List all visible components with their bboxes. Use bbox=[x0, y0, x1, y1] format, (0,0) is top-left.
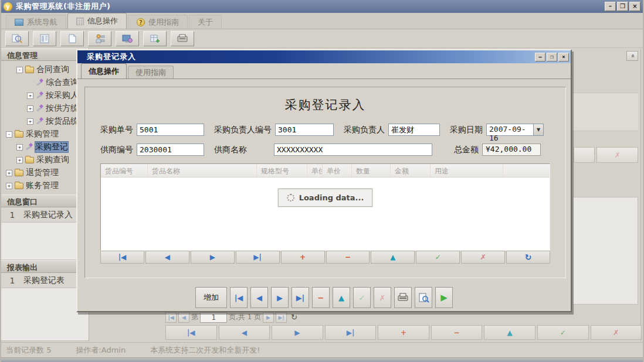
tree-item-account-management[interactable]: + 账务管理 bbox=[1, 179, 89, 192]
delete-record-button[interactable]: − bbox=[431, 325, 483, 340]
first-page-button[interactable]: |◀ bbox=[165, 312, 177, 323]
first-record-button[interactable]: |◀ bbox=[230, 287, 248, 308]
first-record-button[interactable]: |◀ bbox=[100, 251, 144, 264]
window-controls: – ❐ × bbox=[605, 2, 640, 11]
tab-info-operation[interactable]: 信息操作 bbox=[67, 13, 127, 29]
add-button[interactable]: 增加 bbox=[195, 287, 227, 308]
item-label: 采购登记录入 bbox=[23, 210, 73, 220]
prior-record-button[interactable]: ◀ bbox=[219, 325, 270, 340]
supplier-id-input[interactable] bbox=[137, 144, 204, 156]
tree-item-by-purchaser[interactable]: + 按采购人 bbox=[1, 89, 89, 102]
tree-item-by-supplier[interactable]: + 按供方统 bbox=[1, 102, 89, 115]
post-record-button[interactable]: ✓ bbox=[537, 325, 589, 340]
report-output-item[interactable]: 1 采购登记表 bbox=[1, 273, 89, 288]
wand-icon bbox=[36, 118, 43, 125]
last-record-button[interactable]: ▶| bbox=[236, 251, 280, 264]
buyer-name-input[interactable] bbox=[388, 124, 440, 136]
tree-item-comprehensive-query[interactable]: 综合查询 bbox=[1, 76, 89, 89]
tab-label: 系统导航 bbox=[27, 17, 57, 28]
tree-item-purchase-management[interactable]: - 采购管理 bbox=[1, 128, 89, 141]
dialog-minimize-button[interactable]: – bbox=[535, 53, 545, 62]
prior-record-button[interactable]: ◀ bbox=[145, 251, 189, 264]
cancel-button[interactable]: ✗ bbox=[596, 147, 638, 163]
order-no-input[interactable] bbox=[137, 124, 204, 136]
prev-page-button[interactable]: ◀ bbox=[178, 312, 189, 323]
tree-item-contract-query[interactable]: - 合同查询 bbox=[1, 63, 89, 76]
insert-record-button[interactable]: + bbox=[378, 325, 429, 340]
user-management-button[interactable] bbox=[88, 31, 111, 46]
dialog-titlebar[interactable]: 采购登记录入 – ❐ × bbox=[77, 50, 571, 63]
sidebar-header-info-management: 信息管理 bbox=[1, 48, 89, 61]
expand-icon[interactable]: + bbox=[6, 183, 12, 189]
collapse-icon[interactable]: - bbox=[6, 131, 12, 138]
next-record-button[interactable]: ▶ bbox=[191, 251, 235, 264]
edit-record-button[interactable]: ▲ bbox=[333, 287, 350, 308]
new-document-button[interactable] bbox=[60, 31, 84, 46]
edit-record-button[interactable]: ▲ bbox=[371, 251, 415, 264]
buyer-id-input[interactable] bbox=[275, 124, 334, 136]
close-button[interactable]: × bbox=[629, 2, 640, 11]
minimize-button[interactable]: – bbox=[605, 2, 616, 11]
tree-item-label: 合同查询 bbox=[36, 64, 69, 75]
collapse-icon[interactable]: - bbox=[16, 67, 23, 73]
application-window: y 采购管理系统(非注册用户) – ❐ × 系统导航 信息操作 ? 使用指南 关… bbox=[0, 0, 644, 362]
tree-item-by-goods[interactable]: + 按货品统 bbox=[1, 115, 89, 128]
report-list-button[interactable] bbox=[33, 31, 56, 46]
page-number-input[interactable] bbox=[200, 312, 227, 323]
wand-icon bbox=[36, 79, 43, 87]
prior-record-button[interactable]: ◀ bbox=[250, 287, 268, 308]
tab-user-guide[interactable]: ? 使用指南 bbox=[128, 15, 188, 29]
execute-button[interactable]: ▶ bbox=[435, 287, 453, 308]
next-record-button[interactable]: ▶ bbox=[272, 325, 323, 340]
expand-icon[interactable]: + bbox=[16, 157, 23, 163]
data-monitor-button[interactable] bbox=[116, 31, 139, 46]
background-grid-area bbox=[572, 197, 638, 305]
tree-item-purchase-register[interactable]: + 采购登记 bbox=[1, 141, 89, 153]
delete-record-button[interactable]: − bbox=[326, 251, 370, 264]
panel-collapse-button[interactable]: » bbox=[626, 51, 638, 61]
last-record-button[interactable]: ▶| bbox=[325, 325, 377, 340]
background-button-fragment[interactable] bbox=[574, 147, 595, 163]
print-preview-button[interactable] bbox=[415, 287, 432, 308]
table-add-button[interactable] bbox=[143, 31, 167, 46]
next-record-button[interactable]: ▶ bbox=[271, 287, 289, 308]
tab-about[interactable]: 关于 bbox=[189, 15, 222, 29]
dialog-tab-user-guide[interactable]: 使用指南 bbox=[128, 66, 174, 78]
print-preview-icon bbox=[418, 292, 429, 303]
tree-item-return-management[interactable]: + 退货管理 bbox=[1, 166, 89, 179]
dialog-maximize-button[interactable]: ❐ bbox=[547, 53, 557, 62]
cancel-record-button[interactable]: ✗ bbox=[591, 325, 642, 340]
chevron-down-icon[interactable]: ▼ bbox=[533, 124, 544, 136]
search-button[interactable] bbox=[5, 31, 29, 46]
dialog-tab-info-operation[interactable]: 信息操作 bbox=[81, 63, 127, 78]
refresh-button[interactable]: ↻ bbox=[506, 251, 550, 264]
expand-icon[interactable]: + bbox=[27, 118, 33, 125]
expand-icon[interactable]: + bbox=[27, 93, 33, 99]
next-page-button[interactable]: ▶ bbox=[263, 312, 274, 323]
post-record-button[interactable]: ✓ bbox=[416, 251, 460, 264]
tab-system-navigation[interactable]: 系统导航 bbox=[6, 15, 66, 29]
cancel-record-button[interactable]: ✗ bbox=[374, 287, 391, 308]
edit-record-button[interactable]: ▲ bbox=[484, 325, 535, 340]
first-record-button[interactable]: |◀ bbox=[165, 325, 217, 340]
print-archive-button[interactable] bbox=[171, 31, 194, 46]
last-record-button[interactable]: ▶| bbox=[292, 287, 309, 308]
cancel-record-button[interactable]: ✗ bbox=[461, 251, 505, 264]
print-button[interactable] bbox=[394, 287, 412, 308]
tree-item-purchase-query[interactable]: + 采购查询 bbox=[1, 153, 89, 166]
expand-icon[interactable]: + bbox=[16, 144, 23, 151]
info-window-item[interactable]: 1 采购登记录入 bbox=[1, 207, 89, 223]
tree-item-label: 按供方统 bbox=[46, 103, 79, 114]
expand-icon[interactable]: + bbox=[6, 170, 12, 176]
expand-icon[interactable]: + bbox=[27, 105, 33, 112]
insert-record-button[interactable]: + bbox=[281, 251, 325, 264]
dialog-close-button[interactable]: × bbox=[558, 53, 569, 62]
post-record-button[interactable]: ✓ bbox=[353, 287, 371, 308]
maximize-button[interactable]: ❐ bbox=[617, 2, 628, 11]
refresh-icon[interactable]: ↻ bbox=[291, 313, 297, 322]
purchase-date-value[interactable]: 2007-09-16 bbox=[486, 124, 533, 136]
delete-record-button[interactable]: − bbox=[312, 287, 330, 308]
last-page-button[interactable]: ▶| bbox=[276, 312, 287, 323]
folder-icon bbox=[15, 131, 23, 138]
supplier-name-input[interactable] bbox=[274, 144, 432, 156]
